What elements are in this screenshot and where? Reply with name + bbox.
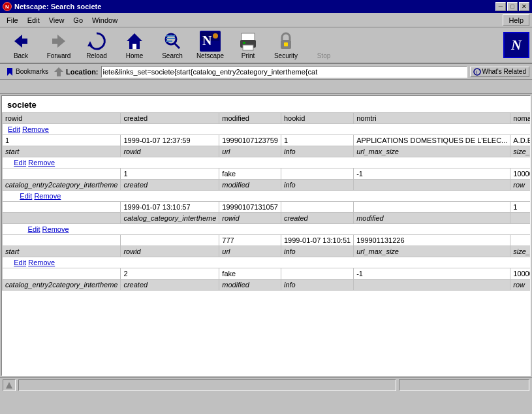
cell-created-1: 1999-01-07 12:37:59 (121, 135, 219, 146)
bookmarks-icon (6, 68, 14, 76)
search-icon (162, 31, 183, 52)
cell-start2-urlmax: -1 (354, 268, 510, 279)
whats-related-button[interactable]: i What's Related (470, 67, 530, 77)
security-icon (275, 31, 296, 52)
subheader2-urlmax: url_max_size (354, 246, 510, 257)
cell-catcat-rowid: 777 (219, 235, 281, 246)
toolbar: Back Forward Reload Home (0, 27, 532, 64)
table-row: start rowid url info url_max_size size_l… (3, 246, 531, 257)
table-row: 1 1999-01-07 12:37:59 19990107123759 1 A… (3, 135, 531, 146)
maximize-button[interactable]: □ (507, 2, 518, 11)
reload-button[interactable]: Reload (78, 29, 115, 61)
cell-catcat-1 (121, 235, 219, 246)
cat-header-5: row (510, 180, 531, 191)
edit-remove-cell-2: Edit Remove (3, 157, 531, 168)
stop-icon (313, 31, 334, 52)
title-bar: N Netscape: Search societe ─ □ ✕ (0, 0, 532, 13)
table-row: rowid created modified hookid nomtri nom… (3, 113, 531, 124)
security-button[interactable]: Security (268, 29, 304, 61)
remove-link-1[interactable]: Remove (22, 125, 49, 133)
location-label: Location: (66, 68, 99, 76)
svg-line-6 (174, 43, 180, 48)
cat2-header-2: modified (219, 279, 281, 291)
close-button[interactable]: ✕ (519, 2, 529, 11)
cell-start2-0 (3, 268, 121, 279)
edit-link-3[interactable]: Edit (20, 192, 32, 200)
cell-cat-modified: 19990107131057 (219, 202, 281, 213)
table-row: Edit Remove (3, 124, 531, 135)
cat2-header-5: row (510, 279, 531, 291)
content-area[interactable]: societe rowid created modified hookid no… (1, 95, 531, 376)
stop-label: Stop (317, 52, 331, 59)
menu-window[interactable]: Window (88, 15, 121, 25)
main-table: rowid created modified hookid nomtri nom… (2, 112, 531, 291)
forward-button[interactable]: Forward (40, 29, 77, 61)
table-row: 1 fake -1 100000 (3, 168, 531, 180)
subheader-urlmax-1: url_max_size (354, 146, 510, 157)
forward-label: Forward (47, 52, 71, 59)
netscape-button[interactable]: N Netscape (192, 29, 228, 61)
edit-link-5[interactable]: Edit (14, 259, 26, 266)
search-label: Search (162, 52, 183, 59)
table-row: catalog_category_intertheme rowid create… (3, 213, 531, 224)
cell-catcat-modified: 199901131226 (354, 235, 510, 246)
bookmarks-button[interactable]: Bookmarks (3, 67, 52, 77)
cat2-header-1: created (121, 279, 219, 291)
header-nomtri: nomtri (354, 113, 510, 124)
menu-file[interactable]: File (3, 15, 22, 25)
catcat-header-4: modified (354, 213, 510, 224)
status-icon (3, 379, 16, 391)
menu-go[interactable]: Go (69, 15, 87, 25)
cell-rowid-1: 1 (3, 135, 121, 146)
catcat-header-5 (510, 213, 531, 224)
edit-link-4[interactable]: Edit (28, 225, 40, 233)
cell-startsizelimit-1: 100000 (510, 168, 531, 180)
remove-link-2[interactable]: Remove (28, 159, 55, 167)
status-bar (0, 377, 532, 392)
edit-remove-cell-1: Edit Remove (3, 124, 531, 135)
location-input[interactable] (101, 66, 467, 78)
subheader2-start: start (3, 246, 121, 257)
whats-related-label: What's Related (482, 68, 527, 75)
edit-link-1[interactable]: Edit (8, 125, 20, 133)
print-button[interactable]: Print (230, 29, 266, 61)
cat-header-2: modified (219, 180, 281, 191)
menu-bar: File Edit View Go Window Help (0, 13, 532, 27)
location-bar: Bookmarks Location: i What's Related (0, 64, 532, 80)
edit-link-2[interactable]: Edit (14, 159, 26, 167)
svg-rect-4 (133, 44, 136, 49)
remove-link-3[interactable]: Remove (34, 192, 61, 200)
menu-help[interactable]: Help (503, 14, 529, 26)
edit-remove-cell-3: Edit Remove (3, 191, 531, 202)
page-title: societe (2, 96, 530, 112)
back-button[interactable]: Back (3, 29, 39, 61)
remove-link-4[interactable]: Remove (42, 225, 69, 233)
svg-rect-17 (243, 42, 245, 44)
table-row: Edit Remove (3, 191, 531, 202)
cell-starturl-1: fake (219, 168, 281, 180)
subheader2-sizelimit: size_limit (510, 246, 531, 257)
svg-rect-19 (284, 42, 288, 46)
header-hookid: hookid (281, 113, 353, 124)
location-arrow-icon (54, 67, 63, 76)
menu-items: File Edit View Go Window (3, 15, 121, 25)
whats-related-icon: i (473, 68, 481, 76)
menu-edit[interactable]: Edit (23, 15, 44, 25)
header-created: created (121, 113, 219, 124)
search-button[interactable]: Search (154, 29, 191, 61)
home-button[interactable]: Home (116, 29, 153, 61)
menu-view[interactable]: View (45, 15, 69, 25)
table-row: Edit Remove (3, 157, 531, 168)
cell-nomtri-1: APPLICATIONS DOMESTIQUES DE L'ELEC... (354, 135, 510, 146)
stop-button[interactable]: Stop (305, 29, 342, 61)
edit-remove-cell-4: Edit Remove (3, 224, 531, 235)
home-icon (124, 31, 145, 52)
cell-cat-col5 (354, 202, 510, 213)
remove-link-5[interactable]: Remove (28, 259, 55, 266)
cell-catcat-5 (510, 235, 531, 246)
minimize-button[interactable]: ─ (495, 2, 506, 11)
table-row: 2 fake -1 100000 (3, 268, 531, 279)
cat2-header-3: info (281, 279, 353, 291)
cell-start2-sizelimit: 100000 (510, 268, 531, 279)
window-controls: ─ □ ✕ (495, 2, 529, 11)
